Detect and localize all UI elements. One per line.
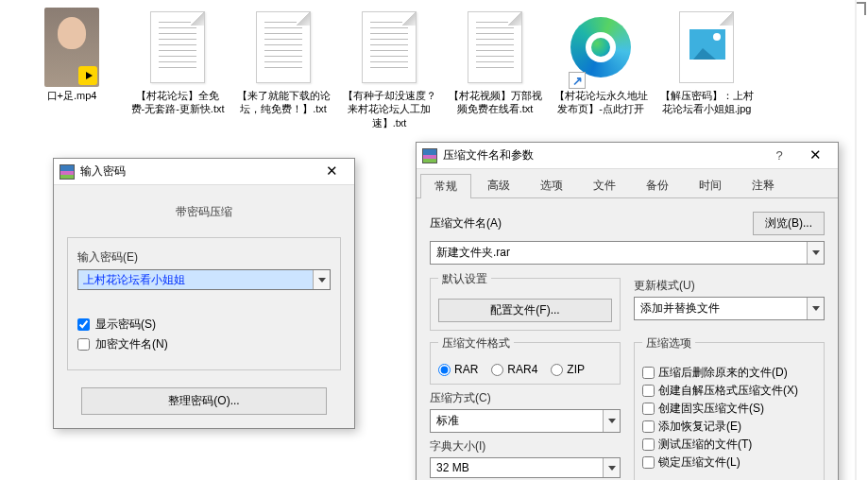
file-item[interactable]: 【村花论坛】全免费-无套路-更新快.txt	[125, 4, 230, 133]
archive-name-combobox[interactable]: 新建文件夹.rar	[430, 241, 825, 265]
update-mode-select[interactable]: 添加并替换文件	[634, 297, 825, 320]
chevron-down-icon[interactable]	[807, 298, 824, 319]
chevron-down-icon[interactable]	[603, 410, 620, 432]
password-fieldset: 输入密码(E) 显示密码(S) 加密文件名(N)	[67, 237, 341, 370]
tab-time[interactable]: 时间	[685, 173, 736, 197]
password-input[interactable]	[78, 270, 313, 289]
default-profile-group: 默认设置 配置文件(F)...	[430, 278, 621, 331]
format-zip-radio[interactable]: ZIP	[551, 363, 585, 376]
show-password-checkbox[interactable]: 显示密码(S)	[77, 317, 331, 333]
opt-lock[interactable]: 锁定压缩文件(L)	[642, 454, 816, 471]
password-dialog: 输入密码 ✕ 带密码压缩 输入密码(E) 显示密码(S) 加密文件名(N) 整理…	[53, 158, 355, 429]
file-label: 【村花论坛】全免费-无套路-更新快.txt	[130, 89, 225, 116]
format-rar4-radio[interactable]: RAR4	[491, 363, 537, 376]
file-label: 【有种子却没速度？来村花论坛人工加速】.txt	[342, 89, 436, 129]
group-title: 压缩选项	[642, 335, 695, 351]
encrypt-filenames-checkbox[interactable]: 加密文件名(N)	[77, 336, 331, 352]
help-button[interactable]: ?	[762, 148, 796, 163]
file-item[interactable]: 【有种子却没速度？来村花论坛人工加速】.txt	[336, 4, 442, 133]
text-doc-icon	[362, 11, 417, 83]
file-label: 【村花论坛永久地址发布页】-点此打开	[553, 89, 648, 116]
archive-params-dialog: 压缩文件名和参数 ? ✕ 常规 高级 选项 文件 备份 时间 注释 压缩文件名(…	[416, 142, 839, 480]
edge-browser-icon	[570, 17, 631, 77]
close-button[interactable]: ✕	[796, 146, 834, 166]
opt-solid[interactable]: 创建固实压缩文件(S)	[642, 401, 816, 417]
text-doc-icon	[468, 11, 522, 83]
video-thumb-icon	[44, 8, 99, 87]
chevron-down-icon[interactable]	[313, 270, 330, 289]
file-label: 【村花视频】万部视频免费在线看.txt	[448, 89, 542, 116]
tab-options[interactable]: 选项	[526, 173, 577, 197]
tab-strip: 常规 高级 选项 文件 备份 时间 注释	[417, 169, 838, 198]
dialog-subtitle: 带密码压缩	[67, 198, 341, 237]
tab-files[interactable]: 文件	[579, 173, 630, 197]
file-item[interactable]: ↗ 【村花论坛永久地址发布页】-点此打开	[548, 4, 654, 133]
opt-recovery[interactable]: 添加恢复记录(E)	[642, 419, 816, 435]
text-doc-icon	[256, 11, 311, 83]
dialog-title: 输入密码	[80, 163, 313, 180]
window-edge	[855, 0, 857, 480]
tab-backup[interactable]: 备份	[632, 173, 683, 197]
file-item[interactable]: 口+足.mp4	[19, 4, 125, 133]
text-doc-icon	[150, 11, 205, 83]
password-label: 输入密码(E)	[77, 249, 331, 266]
archive-format-group: 压缩文件格式 RAR RAR4 ZIP	[430, 342, 621, 385]
close-button[interactable]: ✕	[313, 162, 350, 182]
archive-name-value[interactable]: 新建文件夹.rar	[431, 242, 807, 264]
tab-advanced[interactable]: 高级	[473, 173, 524, 197]
dialog-titlebar[interactable]: 压缩文件名和参数 ? ✕	[417, 143, 838, 169]
tab-general[interactable]: 常规	[420, 174, 471, 198]
play-badge-icon	[78, 66, 97, 85]
browse-button[interactable]: 浏览(B)...	[753, 212, 825, 235]
compression-method-select[interactable]: 标准	[430, 409, 621, 433]
file-label: 【来了就能下载的论坛，纯免费！】.txt	[236, 89, 331, 116]
compression-options-group: 压缩选项 压缩后删除原来的文件(D) 创建自解压格式压缩文件(X) 创建固实压缩…	[634, 342, 825, 480]
opt-sfx[interactable]: 创建自解压格式压缩文件(X)	[642, 383, 816, 399]
file-label: 【解压密码】：上村花论坛看小姐姐.jpg	[659, 89, 754, 116]
tab-comment[interactable]: 注释	[738, 173, 789, 197]
group-title: 默认设置	[438, 271, 491, 287]
file-item[interactable]: 【村花视频】万部视频免费在线看.txt	[442, 4, 548, 133]
chevron-down-icon[interactable]	[603, 458, 620, 477]
chevron-down-icon[interactable]	[807, 242, 824, 264]
file-label: 口+足.mp4	[47, 89, 97, 102]
format-rar-radio[interactable]: RAR	[438, 363, 478, 376]
rar-app-icon	[422, 148, 437, 163]
dictionary-size-select[interactable]: 32 MB	[430, 457, 621, 478]
desktop-file-grid: 口+足.mp4 【村花论坛】全免费-无套路-更新快.txt 【来了就能下载的论坛…	[0, 0, 868, 137]
profiles-button[interactable]: 配置文件(F)...	[438, 299, 612, 322]
dictionary-size-label: 字典大小(I)	[430, 438, 621, 454]
update-mode-label: 更新模式(U)	[634, 278, 825, 294]
dialog-titlebar[interactable]: 输入密码 ✕	[54, 159, 354, 185]
opt-test[interactable]: 测试压缩的文件(T)	[642, 437, 816, 453]
dialog-title: 压缩文件名和参数	[443, 147, 762, 163]
file-item[interactable]: 【解压密码】：上村花论坛看小姐姐.jpg	[654, 4, 759, 133]
password-combobox[interactable]	[77, 269, 331, 290]
opt-delete-after[interactable]: 压缩后删除原来的文件(D)	[642, 365, 816, 381]
file-item[interactable]: 【来了就能下载的论坛，纯免费！】.txt	[230, 4, 336, 133]
archive-name-label: 压缩文件名(A)	[430, 215, 745, 231]
shortcut-arrow-icon: ↗	[569, 72, 586, 89]
image-doc-icon	[679, 11, 734, 83]
organize-passwords-button[interactable]: 整理密码(O)...	[81, 387, 327, 415]
group-title: 压缩文件格式	[438, 335, 514, 351]
compression-method-label: 压缩方式(C)	[430, 390, 621, 406]
rar-app-icon	[60, 164, 75, 180]
